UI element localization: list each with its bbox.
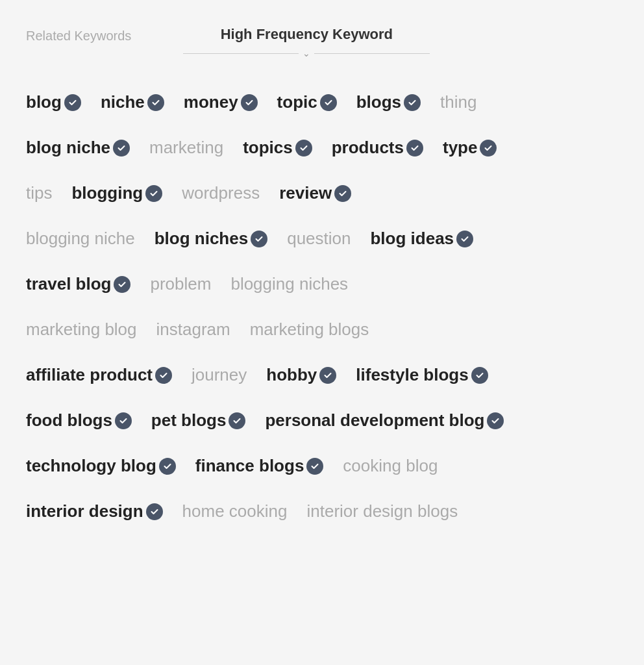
keyword-item[interactable]: niche — [101, 92, 164, 112]
keyword-text: niche — [101, 92, 145, 112]
check-badge — [147, 94, 164, 111]
page-title: High Frequency Keyword — [221, 26, 393, 43]
keyword-item[interactable]: personal development blog — [265, 410, 504, 431]
keyword-item[interactable]: travel blog — [26, 274, 130, 294]
chevron-icon: ⌄ — [299, 48, 314, 58]
keyword-item[interactable]: blog niches — [155, 229, 267, 249]
keyword-item[interactable]: products — [332, 138, 423, 158]
keyword-text: problem — [150, 274, 211, 294]
keyword-item[interactable]: technology blog — [26, 456, 176, 476]
page-container: Related Keywords High Frequency Keyword … — [0, 0, 644, 665]
keyword-text: thing — [440, 92, 477, 112]
keyword-text: blog niche — [26, 138, 110, 158]
keyword-item[interactable]: thing — [440, 92, 477, 112]
keyword-row: blogging nicheblog niches questionblog i… — [26, 221, 618, 257]
keyword-text: instagram — [156, 320, 230, 340]
keyword-item[interactable]: home cooking — [182, 501, 288, 521]
check-badge — [320, 94, 337, 111]
check-badge — [115, 412, 132, 429]
keyword-item[interactable]: marketing blogs — [250, 320, 369, 340]
check-badge — [295, 140, 312, 157]
keyword-text: interior design — [26, 501, 143, 521]
keyword-text: topic — [277, 92, 317, 112]
keyword-item[interactable]: marketing — [149, 138, 223, 158]
keyword-text: blog ideas — [370, 229, 454, 249]
check-badge — [146, 503, 163, 520]
keyword-item[interactable]: topics — [243, 138, 312, 158]
keyword-item[interactable]: review — [279, 183, 351, 203]
keyword-text: blogging niche — [26, 229, 135, 249]
keyword-item[interactable]: interior design blogs — [306, 501, 458, 521]
keyword-text: blog niches — [155, 229, 248, 249]
check-badge — [319, 367, 336, 384]
keyword-text: wordpress — [182, 183, 260, 203]
keyword-item[interactable]: finance blogs — [195, 456, 324, 476]
keyword-item[interactable]: question — [287, 229, 351, 249]
check-badge — [487, 412, 504, 429]
keyword-item[interactable]: type — [443, 138, 497, 158]
keyword-text: journey — [192, 365, 247, 385]
keyword-item[interactable]: blogging niche — [26, 229, 135, 249]
keyword-item[interactable]: marketing blog — [26, 320, 137, 340]
keyword-item[interactable]: blog — [26, 92, 81, 112]
keyword-item[interactable]: hobby — [266, 365, 336, 385]
keyword-text: travel blog — [26, 274, 111, 294]
keyword-item[interactable]: cooking blog — [343, 456, 438, 476]
check-badge — [306, 458, 323, 475]
keyword-text: blogging niches — [230, 274, 348, 294]
check-badge — [113, 140, 130, 157]
check-badge — [159, 458, 176, 475]
keyword-row: blog niche marketingtopics products type — [26, 130, 618, 166]
keyword-text: tips — [26, 183, 52, 203]
keyword-text: food blogs — [26, 410, 112, 431]
keyword-item[interactable]: instagram — [156, 320, 230, 340]
check-badge — [471, 367, 488, 384]
related-keywords-label: Related Keywords — [26, 26, 131, 44]
keyword-row: tipsblogging wordpressreview — [26, 175, 618, 212]
keyword-row: affiliate product journeyhobby lifestyle… — [26, 357, 618, 394]
keyword-text: question — [287, 229, 351, 249]
keyword-item[interactable]: wordpress — [182, 183, 260, 203]
keyword-text: marketing — [149, 138, 223, 158]
keyword-row: marketing bloginstagrammarketing blogs — [26, 312, 618, 348]
keyword-item[interactable]: blogs — [356, 92, 421, 112]
keyword-item[interactable]: problem — [150, 274, 211, 294]
keyword-item[interactable]: money — [184, 92, 258, 112]
check-badge — [406, 140, 423, 157]
keyword-item[interactable]: lifestyle blogs — [356, 365, 488, 385]
keyword-text: hobby — [266, 365, 317, 385]
header-divider: ⌄ — [183, 48, 430, 58]
keyword-text: interior design blogs — [306, 501, 458, 521]
keyword-text: money — [184, 92, 238, 112]
keyword-row: food blogs pet blogs personal developmen… — [26, 403, 618, 439]
header-row: Related Keywords High Frequency Keyword … — [26, 26, 618, 58]
keyword-item[interactable]: blogging — [71, 183, 162, 203]
keyword-text: marketing blogs — [250, 320, 369, 340]
check-badge — [480, 140, 497, 157]
check-badge — [251, 231, 267, 247]
keywords-area: blog niche money topic blogs thingblog n… — [26, 84, 618, 539]
keyword-text: pet blogs — [151, 410, 227, 431]
keyword-text: blog — [26, 92, 62, 112]
keyword-item[interactable]: interior design — [26, 501, 163, 521]
keyword-item[interactable]: affiliate product — [26, 365, 172, 385]
keyword-text: review — [279, 183, 332, 203]
keyword-text: blogging — [71, 183, 143, 203]
keyword-row: travel blog problemblogging niches — [26, 266, 618, 303]
header-center: High Frequency Keyword ⌄ — [183, 26, 430, 58]
keyword-row: technology blog finance blogs cooking bl… — [26, 448, 618, 484]
keyword-item[interactable]: food blogs — [26, 410, 132, 431]
keyword-text: personal development blog — [265, 410, 484, 431]
keyword-text: type — [443, 138, 477, 158]
keyword-row: interior design home cookinginterior des… — [26, 494, 618, 530]
check-badge — [114, 276, 130, 293]
keyword-item[interactable]: blogging niches — [230, 274, 348, 294]
keyword-item[interactable]: topic — [277, 92, 337, 112]
keyword-item[interactable]: blog ideas — [370, 229, 473, 249]
keyword-text: cooking blog — [343, 456, 438, 476]
keyword-item[interactable]: pet blogs — [151, 410, 246, 431]
keyword-item[interactable]: journey — [192, 365, 247, 385]
check-badge — [456, 231, 473, 247]
keyword-item[interactable]: blog niche — [26, 138, 130, 158]
keyword-item[interactable]: tips — [26, 183, 52, 203]
